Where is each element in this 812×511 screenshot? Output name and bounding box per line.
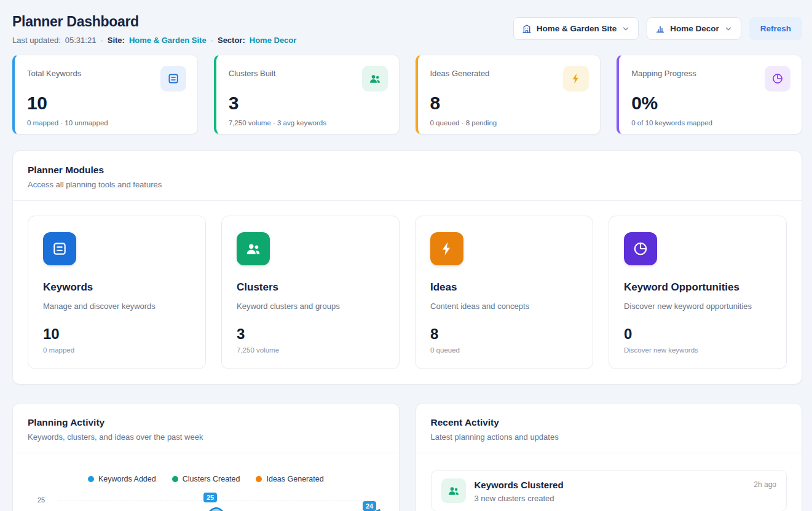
chevron-down-icon xyxy=(724,25,733,33)
module-value: 8 xyxy=(430,326,578,343)
planning-activity-body: Keywords Added Clusters Created Ideas Ge… xyxy=(13,453,399,511)
users-icon xyxy=(237,232,270,265)
stat-subtext: 0 mapped · 10 unmapped xyxy=(27,119,186,127)
module-card-keywords[interactable]: Keywords Manage and discover keywords 10… xyxy=(28,216,206,369)
activity-timestamp: 2h ago xyxy=(754,480,776,489)
section-title: Planning Activity xyxy=(28,417,384,428)
legend-label: Ideas Generated xyxy=(266,475,323,483)
last-updated-label: Last updated: xyxy=(12,36,61,45)
area-series-keywords-added xyxy=(58,491,380,511)
building-icon xyxy=(522,24,532,34)
stat-label: Total Keywords xyxy=(27,69,81,78)
planning-activity-chart: 25 25 24 xyxy=(28,491,384,511)
bar-chart-icon xyxy=(655,24,665,34)
activity-content: Keywords Clustered 3 new clusters create… xyxy=(475,478,746,503)
stat-card-mapping-progress: Mapping Progress 0% 0 of 10 keywords map… xyxy=(617,55,802,135)
pie-chart-icon xyxy=(624,232,657,265)
topbar-controls: Home & Garden Site Home Decor Refresh xyxy=(513,17,802,40)
site-label: Site: xyxy=(108,36,125,45)
planner-dashboard-page: Planner Dashboard Last updated: 05:31:21… xyxy=(0,0,812,511)
legend-label: Clusters Created xyxy=(183,475,240,483)
module-value: 10 xyxy=(43,326,191,343)
planning-activity-panel: Planning Activity Keywords, clusters, an… xyxy=(12,403,400,511)
module-title: Clusters xyxy=(237,281,384,294)
refresh-button[interactable]: Refresh xyxy=(749,17,802,40)
site-link[interactable]: Home & Garden Site xyxy=(129,36,207,45)
module-subtext: 7,250 volume xyxy=(237,346,384,354)
legend-item-keywords-added[interactable]: Keywords Added xyxy=(88,475,156,483)
section-title: Recent Activity xyxy=(431,417,787,428)
sector-label: Sector: xyxy=(218,36,245,45)
sector-selector-dropdown[interactable]: Home Decor xyxy=(647,17,741,40)
document-icon xyxy=(43,232,76,265)
chevron-down-icon xyxy=(621,25,630,33)
stat-value: 0% xyxy=(631,93,790,114)
module-title: Ideas xyxy=(430,281,578,294)
stat-subtext: 0 of 10 keywords mapped xyxy=(631,119,790,127)
sector-link[interactable]: Home Decor xyxy=(250,36,297,45)
module-title: Keywords xyxy=(43,281,191,294)
legend-dot-icon xyxy=(172,476,178,482)
module-value: 3 xyxy=(237,326,384,343)
lightning-icon xyxy=(430,232,463,265)
recent-activity-body: Keywords Clustered 3 new clusters create… xyxy=(416,453,802,511)
lightning-icon xyxy=(563,66,589,92)
legend-dot-icon xyxy=(256,476,262,482)
stat-card-total-keywords: Total Keywords 10 0 mapped · 10 unmapped xyxy=(12,55,198,135)
topbar-left: Planner Dashboard Last updated: 05:31:21… xyxy=(12,14,296,45)
site-selector-label: Home & Garden Site xyxy=(537,24,617,33)
module-description: Content ideas and concepts xyxy=(430,302,578,311)
section-title: Planner Modules xyxy=(28,165,787,176)
pie-chart-icon xyxy=(765,66,790,92)
stats-row: Total Keywords 10 0 mapped · 10 unmapped… xyxy=(12,55,802,135)
module-card-ideas[interactable]: Ideas Content ideas and concepts 8 0 que… xyxy=(415,216,593,369)
stat-card-clusters-built: Clusters Built 3 7,250 volume · 3 avg ke… xyxy=(214,55,400,135)
module-description: Keyword clusters and groups xyxy=(237,302,384,311)
module-value: 0 xyxy=(624,326,771,343)
module-subtext: Discover new keywords xyxy=(624,346,771,354)
module-card-clusters[interactable]: Clusters Keyword clusters and groups 3 7… xyxy=(221,216,400,369)
module-subtext: 0 queued xyxy=(430,346,578,354)
planning-activity-header: Planning Activity Keywords, clusters, an… xyxy=(13,404,399,453)
document-icon xyxy=(160,66,186,92)
recent-activity-panel: Recent Activity Latest planning actions … xyxy=(416,403,803,511)
module-card-keyword-opportunities[interactable]: Keyword Opportunities Discover new keywo… xyxy=(609,216,787,369)
users-icon xyxy=(362,66,388,92)
site-selector-dropdown[interactable]: Home & Garden Site xyxy=(513,17,639,40)
module-description: Manage and discover keywords xyxy=(43,302,191,311)
stat-label: Clusters Built xyxy=(229,69,276,78)
activity-item-keywords-clustered: Keywords Clustered 3 new clusters create… xyxy=(431,470,787,511)
legend-dot-icon xyxy=(88,476,94,482)
stat-value: 8 xyxy=(430,93,589,114)
stat-value: 3 xyxy=(229,93,388,114)
last-updated-time: 05:31:21 xyxy=(65,36,97,45)
module-description: Discover new keyword opportunities xyxy=(624,302,771,311)
stat-card-ideas-generated: Ideas Generated 8 0 queued · 8 pending xyxy=(416,55,601,135)
data-point-label: 24 xyxy=(363,501,376,511)
meta-line: Last updated: 05:31:21 · Site: Home & Ga… xyxy=(12,36,296,45)
legend-item-ideas-generated[interactable]: Ideas Generated xyxy=(256,475,323,483)
recent-activity-header: Recent Activity Latest planning actions … xyxy=(416,404,802,453)
bottom-row: Planning Activity Keywords, clusters, an… xyxy=(12,403,802,511)
section-subtitle: Keywords, clusters, and ideas over the p… xyxy=(28,432,384,442)
y-axis-tick: 25 xyxy=(37,496,45,504)
planner-modules-panel: Planner Modules Access all planning tool… xyxy=(12,150,802,384)
legend-label: Keywords Added xyxy=(98,475,156,483)
legend-item-clusters-created[interactable]: Clusters Created xyxy=(172,475,240,483)
module-subtext: 0 mapped xyxy=(43,346,191,354)
stat-subtext: 0 queued · 8 pending xyxy=(430,119,589,127)
meta-separator: · xyxy=(100,36,103,45)
section-subtitle: Access all planning tools and features xyxy=(28,180,787,189)
stat-subtext: 7,250 volume · 3 avg keywords xyxy=(229,119,388,127)
meta-separator: · xyxy=(211,36,213,45)
topbar: Planner Dashboard Last updated: 05:31:21… xyxy=(12,14,802,45)
sector-selector-label: Home Decor xyxy=(670,24,719,33)
module-title: Keyword Opportunities xyxy=(624,281,771,294)
page-title: Planner Dashboard xyxy=(12,14,296,30)
modules-grid: Keywords Manage and discover keywords 10… xyxy=(13,201,802,384)
stat-label: Mapping Progress xyxy=(631,69,696,78)
data-point-label: 25 xyxy=(203,493,217,502)
activity-description: 3 new clusters created xyxy=(475,494,746,503)
users-icon xyxy=(441,478,466,503)
chart-legend: Keywords Added Clusters Created Ideas Ge… xyxy=(28,475,384,483)
